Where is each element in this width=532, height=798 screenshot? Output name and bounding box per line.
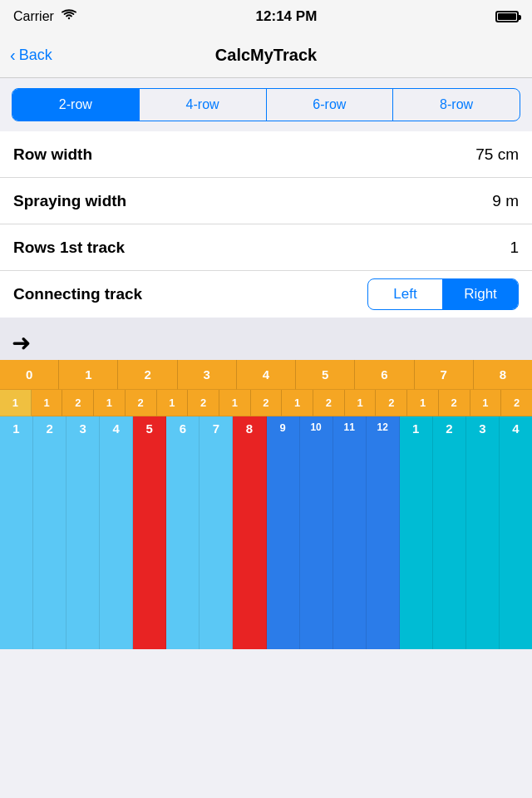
segment-2row[interactable]: 2-row: [12, 89, 140, 121]
spraying-width-label: Spraying width: [13, 192, 126, 210]
track-cell-7: 7: [415, 360, 474, 390]
mid-cell-12: 2: [376, 390, 407, 416]
row-width-row: Row width 75 cm: [0, 131, 532, 178]
segment-8row[interactable]: 8-row: [393, 89, 520, 121]
track-cell-1: 1: [59, 360, 118, 390]
track-cell-8: 8: [474, 360, 532, 390]
row-segment-control: 2-row 4-row 6-row 8-row: [12, 88, 520, 121]
mid-cell-11: 1: [345, 390, 377, 416]
mid-cell-2: 2: [62, 390, 94, 416]
page-title: CalcMyTrack: [215, 46, 317, 65]
track-mid-row: 1 1 2 1 2 1 2 1 2 1 2 1 2 1 2 1 2: [0, 390, 532, 416]
mid-cell-1: 1: [32, 390, 63, 416]
mid-cell-6: 2: [188, 390, 219, 416]
bottom-col-3: 3: [66, 416, 100, 649]
segment-6row[interactable]: 6-row: [267, 89, 394, 121]
bottom-track-area: 1 2 3 4 5 6 7 8 9 10 11 12 1 2 3 4: [0, 416, 532, 649]
row-width-value: 75 cm: [475, 145, 519, 164]
track-cell-2: 2: [118, 360, 177, 390]
mid-cell-0: 1: [0, 390, 32, 416]
back-button[interactable]: ‹ Back: [10, 46, 52, 65]
bottom-col-5: 5: [133, 416, 166, 649]
right-button[interactable]: Right: [443, 279, 518, 309]
bottom-col-9: 9: [267, 416, 300, 649]
bottom-col-2: 2: [33, 416, 66, 649]
track-cell-5: 5: [296, 360, 355, 390]
row-width-label: Row width: [13, 145, 92, 164]
bottom-col-7: 7: [200, 416, 233, 649]
mid-cell-10: 2: [313, 390, 345, 416]
battery-icon: [495, 11, 519, 22]
status-bar: Carrier 12:14 PM: [0, 0, 532, 33]
bottom-col-1: 1: [0, 416, 33, 649]
left-button[interactable]: Left: [368, 279, 443, 309]
arrow-indicator: ➜: [0, 326, 532, 360]
bottom-col-16: 4: [500, 416, 532, 649]
segment-container: 2-row 4-row 6-row 8-row: [0, 78, 532, 131]
connecting-track-control: Left Right: [367, 278, 519, 310]
back-label: Back: [19, 47, 52, 64]
rows-first-track-label: Rows 1st track: [13, 239, 125, 257]
mid-cell-16: 2: [501, 390, 532, 416]
status-bar-left: Carrier: [13, 9, 77, 24]
nav-bar: ‹ Back CalcMyTrack: [0, 33, 532, 78]
viz-area: ➜ 0 1 2 3 4 5 6 7 8 1 1 2 1 2 1 2 1 2 1 …: [0, 318, 532, 649]
bottom-col-13: 1: [400, 416, 433, 649]
mid-cell-14: 2: [439, 390, 470, 416]
bottom-col-15: 3: [466, 416, 500, 649]
mid-cell-8: 2: [251, 390, 283, 416]
connecting-track-label: Connecting track: [13, 285, 142, 303]
connecting-track-row: Connecting track Left Right: [0, 271, 532, 318]
track-cell-0: 0: [0, 360, 59, 390]
segment-4row[interactable]: 4-row: [140, 89, 267, 121]
bottom-col-14: 2: [433, 416, 466, 649]
track-header-row: 0 1 2 3 4 5 6 7 8: [0, 360, 532, 390]
rows-first-track-row: Rows 1st track 1: [0, 224, 532, 271]
track-cell-4: 4: [237, 360, 296, 390]
spraying-width-value: 9 m: [492, 192, 519, 210]
mid-cell-9: 1: [282, 390, 313, 416]
mid-cell-7: 1: [219, 390, 251, 416]
settings-list: Row width 75 cm Spraying width 9 m Rows …: [0, 131, 532, 318]
rows-first-track-value: 1: [510, 239, 519, 257]
spraying-width-row: Spraying width 9 m: [0, 178, 532, 224]
bottom-col-10: 10: [300, 416, 333, 649]
mid-cell-3: 1: [94, 390, 126, 416]
mid-cell-4: 2: [126, 390, 157, 416]
status-bar-right: [495, 11, 519, 22]
mid-cell-13: 1: [407, 390, 439, 416]
mid-cell-5: 1: [157, 390, 189, 416]
lr-toggle: Left Right: [367, 278, 519, 310]
bottom-col-8: 8: [233, 416, 266, 649]
status-time: 12:14 PM: [256, 8, 318, 25]
track-cell-3: 3: [178, 360, 237, 390]
bottom-col-4: 4: [100, 416, 133, 649]
wifi-icon: [61, 9, 77, 24]
track-cell-6: 6: [355, 360, 414, 390]
back-chevron-icon: ‹: [10, 46, 16, 65]
bottom-col-12: 12: [367, 416, 400, 649]
carrier-label: Carrier: [13, 9, 54, 24]
bottom-col-6: 6: [166, 416, 200, 649]
mid-cell-15: 1: [470, 390, 502, 416]
bottom-col-11: 11: [333, 416, 367, 649]
